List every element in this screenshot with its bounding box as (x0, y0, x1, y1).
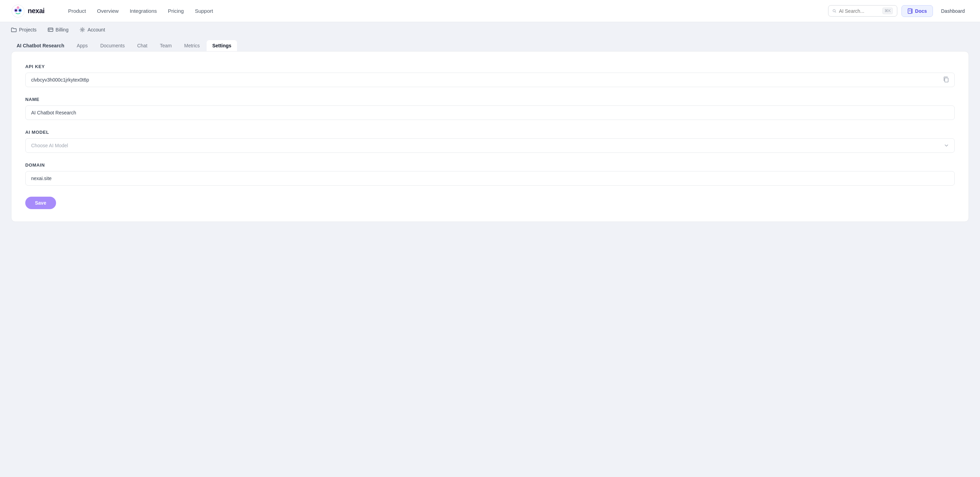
svg-point-3 (15, 10, 17, 11)
api-key-input-wrapper (25, 73, 955, 87)
navbar-left: nexai Product Overview Integrations Pric… (11, 4, 213, 18)
navbar-right: ⌘K Docs Dashboard (828, 5, 969, 17)
navbar-nav: Product Overview Integrations Pricing Su… (68, 8, 213, 14)
tab-metrics[interactable]: Metrics (178, 40, 205, 51)
nav-product[interactable]: Product (68, 8, 86, 14)
name-input[interactable] (25, 105, 955, 120)
ai-model-select-wrapper: Choose AI Model GPT-4 GPT-3.5 Claude Gem… (25, 138, 955, 153)
gear-icon (80, 27, 85, 32)
tab-project-name[interactable]: AI Chatbot Research (11, 40, 70, 51)
brand-name: nexai (28, 7, 45, 15)
docs-label: Docs (915, 8, 927, 14)
svg-point-5 (17, 6, 19, 9)
name-label: Name (25, 97, 955, 102)
docs-button[interactable]: Docs (902, 5, 932, 17)
save-button[interactable]: Save (25, 197, 56, 209)
main-content: API KEY Name AI Model Choose AI Mo (0, 51, 980, 233)
subnav-projects[interactable]: Projects (11, 27, 37, 32)
tabs-bar: AI Chatbot Research Apps Documents Chat … (0, 37, 980, 51)
search-bar[interactable]: ⌘K (828, 5, 897, 17)
subnav-account[interactable]: Account (80, 27, 105, 32)
copy-api-key-button[interactable] (942, 75, 951, 85)
svg-rect-16 (945, 78, 948, 82)
credit-card-icon (48, 27, 53, 32)
domain-input[interactable] (25, 171, 955, 185)
nav-integrations[interactable]: Integrations (130, 8, 157, 14)
svg-point-4 (19, 10, 21, 11)
logo-icon (11, 4, 25, 18)
api-key-label: API KEY (25, 64, 955, 69)
nav-overview[interactable]: Overview (97, 8, 119, 14)
tab-apps[interactable]: Apps (71, 40, 94, 51)
navbar: nexai Product Overview Integrations Pric… (0, 0, 980, 22)
subnav-projects-label: Projects (19, 27, 37, 32)
tab-documents[interactable]: Documents (95, 40, 130, 51)
svg-point-15 (81, 29, 83, 31)
tab-team[interactable]: Team (154, 40, 177, 51)
dashboard-button[interactable]: Dashboard (937, 6, 969, 17)
ai-model-group: AI Model Choose AI Model GPT-4 GPT-3.5 C… (25, 130, 955, 153)
svg-rect-14 (49, 30, 50, 31)
svg-line-7 (835, 12, 836, 13)
search-icon (833, 8, 836, 13)
api-key-input[interactable] (25, 73, 955, 87)
copy-icon (943, 76, 949, 82)
folder-icon (11, 27, 17, 32)
search-shortcut: ⌘K (882, 8, 893, 14)
nav-support[interactable]: Support (195, 8, 213, 14)
subnav-billing[interactable]: Billing (48, 27, 68, 32)
settings-card: API KEY Name AI Model Choose AI Mo (11, 51, 969, 222)
book-icon (907, 8, 913, 14)
domain-group: Domain (25, 162, 955, 185)
name-group: Name (25, 97, 955, 120)
tab-settings[interactable]: Settings (207, 40, 237, 51)
subnav-billing-label: Billing (56, 27, 68, 32)
nav-pricing[interactable]: Pricing (168, 8, 184, 14)
ai-model-select[interactable]: Choose AI Model GPT-4 GPT-3.5 Claude Gem… (25, 138, 955, 153)
subnav-account-label: Account (88, 27, 105, 32)
domain-label: Domain (25, 162, 955, 168)
logo[interactable]: nexai (11, 4, 45, 18)
subnav: Projects Billing Account (0, 22, 980, 37)
search-input[interactable] (839, 8, 880, 14)
ai-model-label: AI Model (25, 130, 955, 135)
svg-rect-12 (48, 28, 53, 32)
tab-chat[interactable]: Chat (132, 40, 153, 51)
api-key-group: API KEY (25, 64, 955, 87)
